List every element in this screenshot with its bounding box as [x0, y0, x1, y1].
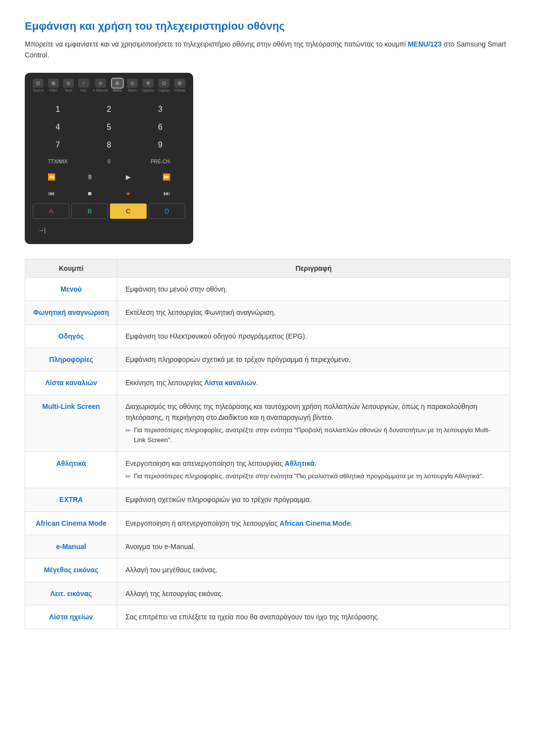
pmode-icon: ⊞ PMode: [174, 79, 185, 92]
page-title: Εμφάνιση και χρήση του τηλεχειριστηρίου …: [25, 20, 510, 33]
source-icon: ⊡ Source: [33, 79, 44, 92]
btn-color-b[interactable]: B: [71, 203, 108, 219]
row-desc-african-cinema: Ενεργοποίηση ή απενεργοποίηση της λειτου…: [117, 511, 510, 535]
col-header-button: Κουμπί: [25, 259, 117, 277]
btn-5[interactable]: 5: [84, 119, 134, 136]
table-row: Λειτ. εικόνας Αλλαγή της λειτουργίας εικ…: [25, 582, 510, 605]
row-button-picturesize: Μέγεθος εικόνας: [25, 558, 117, 582]
table-row: Μενού Εμφάνιση του μενού στην οθόνη.: [25, 277, 510, 301]
filter-icon: ⊞ Filter: [48, 79, 59, 92]
btn-2[interactable]: 2: [84, 101, 134, 118]
table-row: Λίστα ηχείων Σας επιτρέπει να επιλέξετε …: [25, 605, 510, 629]
row-desc-picturemode: Αλλαγή της λειτουργίας εικόνας.: [117, 582, 510, 605]
tools-icon: ⊟ Tools: [63, 79, 74, 92]
btn-prech[interactable]: PRE-CH: [135, 155, 185, 168]
row-button-voice: Φωνητική αναγνώριση: [25, 301, 117, 324]
caption-icon: ⊡ Caption: [158, 79, 170, 92]
link-sports: Αθλητικά: [285, 459, 315, 467]
btn-color-d[interactable]: D: [149, 203, 185, 219]
table-row: e-Manual Άνοιγμα του e-Manual.: [25, 535, 510, 558]
btn-1[interactable]: 1: [33, 101, 83, 118]
table-row: EXTRA Εμφάνιση σχετικών πληροφοριών για …: [25, 488, 510, 511]
row-desc-extra: Εμφάνιση σχετικών πληροφοριών για το τρέ…: [117, 488, 510, 511]
row-desc-voice: Εκτέλεση της λειτουργίας Φωνητική αναγνώ…: [117, 301, 510, 324]
remote-media-row2: ⏮ ■ ● ⏭: [33, 186, 185, 201]
row-button-picturemode: Λειτ. εικόνας: [25, 582, 117, 605]
note-multilink: ✏ Για περισσότερες πληροφορίες, ανατρέξτ…: [125, 425, 502, 446]
table-row: Αθλητικά Ενεργοποίηση και απενεργοποίηση…: [25, 452, 510, 488]
table-row: Πληροφορίες Εμφάνιση πληροφοριών σχετικά…: [25, 348, 510, 371]
info-table: Κουμπί Περιγραφή Μενού Εμφάνιση του μενο…: [25, 259, 510, 629]
link-channellist: Λίστα καναλιών: [205, 379, 257, 387]
btn-play[interactable]: ▶: [109, 170, 147, 184]
btn-stop[interactable]: ■: [71, 186, 109, 201]
row-desc-channellist: Εκκίνηση της λειτουργίας Λίστα καναλιών.: [117, 371, 510, 395]
btn-pause[interactable]: ⏸: [71, 170, 109, 184]
note-icon-multilink: ✏: [125, 426, 131, 436]
note-sports: ✏ Για περισσότερες πληροφορίες, ανατρέξτ…: [125, 471, 502, 482]
row-desc-picturesize: Αλλαγή του μεγέθους εικόνας.: [117, 558, 510, 582]
table-row: African Cinema Mode Ενεργοποίηση ή απενε…: [25, 511, 510, 535]
btn-8[interactable]: 8: [84, 137, 134, 153]
btn-fastforward[interactable]: ⏩: [148, 170, 186, 184]
btn-9[interactable]: 9: [135, 137, 185, 153]
row-button-channellist: Λίστα καναλιών: [25, 371, 117, 395]
row-button-guide: Οδηγός: [25, 324, 117, 348]
intro-paragraph: Μπορείτε να εμφανίσετε και να χρησιμοποι…: [25, 39, 510, 61]
col-header-description: Περιγραφή: [117, 259, 510, 277]
table-header-row: Κουμπί Περιγραφή: [25, 259, 510, 277]
remote-special-row: TTX/MIX 0 PRE-CH: [33, 155, 185, 168]
note-text-multilink: Για περισσότερες πληροφορίες, ανατρέξτε …: [134, 425, 502, 446]
btn-4[interactable]: 4: [33, 119, 83, 136]
row-button-menu: Μενού: [25, 277, 117, 301]
note-icon-sports: ✏: [125, 472, 131, 482]
table-row: Λίστα καναλιών Εκκίνηση της λειτουργίας …: [25, 371, 510, 395]
btn-next[interactable]: ⏭: [148, 186, 186, 201]
table-row: Φωνητική αναγνώριση Εκτέλεση της λειτουρ…: [25, 301, 510, 324]
row-desc-info: Εμφάνιση πληροφοριών σχετικά με το τρέχο…: [117, 348, 510, 371]
table-row: Multi-Link Screen Διαχωρισμός της οθόνης…: [25, 395, 510, 452]
remote-control: ⊡ Source ⊞ Filter ⊟ Tools i Info ⊙ e-Man…: [25, 73, 193, 244]
table-row: Μέγεθος εικόνας Αλλαγή του μεγέθους εικό…: [25, 558, 510, 582]
table-row: Οδηγός Εμφάνιση του Ηλεκτρονικού οδηγού …: [25, 324, 510, 348]
alarm-icon: ◎ Alarm: [127, 79, 138, 92]
info-icon: i Info: [78, 79, 89, 92]
row-desc-sports: Ενεργοποίηση και απενεργοποίηση της λειτ…: [117, 452, 510, 488]
remote-media-row1: ⏪ ⏸ ▶ ⏩: [33, 170, 185, 184]
row-button-sports: Αθλητικά: [25, 452, 117, 488]
btn-prev[interactable]: ⏮: [33, 186, 70, 201]
btn-arrow[interactable]: →|: [33, 224, 51, 236]
btn-ttxmix[interactable]: TTX/MIX: [33, 155, 83, 168]
remote-top-icons: ⊡ Source ⊞ Filter ⊟ Tools i Info ⊙ e-Man…: [33, 79, 185, 96]
row-button-african-cinema: African Cinema Mode: [25, 511, 117, 535]
row-button-multilink: Multi-Link Screen: [25, 395, 117, 452]
row-desc-multilink: Διαχωρισμός της οθόνης της τηλεόρασης κα…: [117, 395, 510, 452]
btn-color-a[interactable]: A: [33, 203, 69, 219]
btn-3[interactable]: 3: [135, 101, 185, 118]
remote-arrow-row: →|: [33, 222, 185, 238]
btn-record[interactable]: ●: [109, 186, 147, 201]
row-desc-menu: Εμφάνιση του μενού στην οθόνη.: [117, 277, 510, 301]
remote-image-area: ⊡ Source ⊞ Filter ⊟ Tools i Info ⊙ e-Man…: [25, 73, 510, 244]
menu-icon: ⊞ Menu: [112, 79, 123, 92]
btn-7[interactable]: 7: [33, 137, 83, 153]
remote-number-grid: 1 2 3 4 5 6 7 8 9: [33, 101, 185, 153]
row-desc-emanual: Άνοιγμα του e-Manual.: [117, 535, 510, 558]
btn-6[interactable]: 6: [135, 119, 185, 136]
row-button-speakerlist: Λίστα ηχείων: [25, 605, 117, 629]
row-button-emanual: e-Manual: [25, 535, 117, 558]
btn-rewind[interactable]: ⏪: [33, 170, 70, 184]
options-icon: ⚙ Options: [142, 79, 154, 92]
row-button-info: Πληροφορίες: [25, 348, 117, 371]
row-desc-speakerlist: Σας επιτρέπει να επιλέξετε τα ηχεία που …: [117, 605, 510, 629]
link-african-cinema: African Cinema Mode: [280, 519, 351, 527]
emanual-icon: ⊙ e-Manual: [93, 79, 107, 92]
row-button-extra: EXTRA: [25, 488, 117, 511]
btn-0[interactable]: 0: [84, 155, 134, 168]
btn-color-c[interactable]: C: [110, 203, 147, 219]
row-desc-guide: Εμφάνιση του Ηλεκτρονικού οδηγού προγράμ…: [117, 324, 510, 348]
remote-color-row: A B C D: [33, 203, 185, 219]
note-text-sports: Για περισσότερες πληροφορίες, ανατρέξτε …: [134, 471, 484, 482]
